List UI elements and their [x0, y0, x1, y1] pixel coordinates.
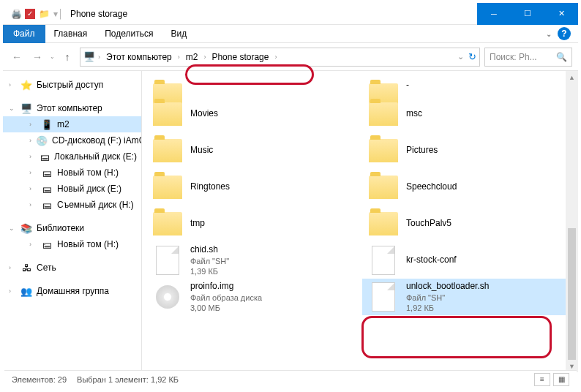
scrollbar-thumb[interactable]: [568, 228, 576, 360]
chevron-right-icon[interactable]: ›: [98, 53, 100, 61]
folder-item-ringtones[interactable]: Ringtones: [146, 169, 362, 206]
network-icon: 🖧: [20, 262, 32, 274]
folder-item-music[interactable]: Music: [146, 132, 362, 169]
tree-caret-icon[interactable]: ›: [9, 287, 16, 295]
tree-caret-icon[interactable]: ›: [29, 121, 37, 128]
disc-image-icon: [156, 285, 179, 309]
homegroup-icon: 👥: [20, 285, 32, 297]
tree-caret-icon[interactable]: ›: [29, 169, 37, 176]
sidebar-libraries[interactable]: ⌄ 📚 Библиотеки: [3, 220, 141, 236]
sidebar-network[interactable]: › 🖧 Сеть: [3, 260, 141, 276]
nav-forward-button[interactable]: →: [29, 49, 45, 65]
file-name: proinfo.img: [190, 281, 262, 293]
drive-icon: 🖴: [41, 238, 53, 250]
sidebar-label: Новый том (H:): [57, 167, 119, 178]
ribbon-tab-view[interactable]: Вид: [162, 26, 195, 42]
sidebar-item-new-vol-h2[interactable]: › 🖴 Новый том (H:): [3, 236, 141, 252]
disc-icon: 💿: [36, 135, 48, 146]
tree-caret-icon[interactable]: ›: [29, 137, 31, 144]
view-tiles-button[interactable]: ▦: [553, 373, 569, 386]
nav-up-button[interactable]: ↑: [59, 49, 75, 65]
file-item-chid-sh[interactable]: chid.sh Файл "SH" 1,39 КБ: [146, 242, 362, 279]
help-icon[interactable]: ?: [558, 27, 571, 40]
folder-icon: [153, 176, 182, 199]
ribbon-expand-icon[interactable]: ⌄: [546, 30, 552, 38]
tree-caret-icon[interactable]: ›: [29, 241, 37, 248]
app-icon: 🖨️: [10, 8, 22, 20]
ribbon-tab-home[interactable]: Главная: [45, 26, 97, 42]
sidebar-label: Съемный диск (H:): [57, 200, 134, 210]
file-name: unlock_bootloader.sh: [406, 281, 489, 293]
sidebar-label: Новый диск (E:): [57, 184, 121, 194]
pc-icon: 🖥️: [20, 102, 32, 114]
address-dropdown-icon[interactable]: ⌄: [457, 52, 464, 61]
search-placeholder: Поиск: Ph...: [490, 52, 537, 62]
chevron-right-icon[interactable]: ›: [178, 53, 180, 61]
scroll-up-button[interactable]: ▲: [566, 71, 578, 83]
drive-icon: 🖴: [40, 151, 50, 162]
sidebar-quick-access[interactable]: › ⭐ Быстрый доступ: [3, 77, 141, 93]
sidebar-item-new-vol-h[interactable]: › 🖴 Новый том (H:): [3, 165, 141, 181]
statusbar: Элементов: 29 Выбран 1 элемент: 1,92 КБ …: [4, 370, 577, 388]
view-details-button[interactable]: ≡: [534, 373, 550, 386]
sidebar-item-local-disk[interactable]: › 🖴 Локальный диск (E:): [3, 148, 141, 165]
sidebar: › ⭐ Быстрый доступ ⌄ 🖥️ Этот компьютер ›…: [3, 71, 142, 372]
nav-history-dropdown[interactable]: ⌄: [50, 53, 55, 60]
file-item-proinfo[interactable]: proinfo.img Файл образа диска 3,00 МБ: [146, 279, 362, 315]
libraries-icon: 📚: [20, 222, 32, 234]
sidebar-label: Домашняя группа: [37, 286, 109, 296]
sidebar-homegroup[interactable]: › 👥 Домашняя группа: [3, 283, 141, 299]
search-input[interactable]: Поиск: Ph... 🔍: [484, 48, 572, 67]
folder-item-touchpalv5[interactable]: TouchPalv5: [362, 206, 578, 242]
qat-divider: ▾│: [53, 8, 64, 20]
chevron-right-icon[interactable]: ›: [203, 53, 206, 61]
tree-caret-icon[interactable]: ›: [9, 264, 16, 271]
file-name: Ringtones: [190, 181, 230, 193]
sidebar-label: Новый том (H:): [57, 239, 119, 249]
tree-caret-icon[interactable]: ⌄: [9, 105, 16, 112]
ribbon-file-tab[interactable]: Файл: [3, 25, 45, 43]
sidebar-item-removable[interactable]: › 🖴 Съемный диск (H:): [3, 197, 141, 213]
ribbon: Файл Главная Поделиться Вид ⌄ ?: [3, 25, 578, 43]
breadcrumb-phone-storage[interactable]: Phone storage: [209, 50, 271, 64]
sidebar-item-new-vol-e[interactable]: › 🖴 Новый диск (E:): [3, 181, 141, 197]
folder-item[interactable]: [146, 75, 362, 96]
qat-checkbox-icon[interactable]: ✓: [25, 9, 35, 19]
sidebar-label: CD-дисковод (F:) iAmC: [52, 135, 141, 146]
folder-icon: [153, 212, 182, 235]
tree-caret-icon[interactable]: ⌄: [9, 225, 16, 232]
sidebar-label: Локальный диск (E:): [54, 151, 137, 162]
tree-caret-icon[interactable]: ›: [29, 185, 37, 192]
file-name: -: [406, 80, 409, 91]
file-size: 1,92 КБ: [406, 303, 489, 313]
folder-item-speechcloud[interactable]: Speechcloud: [362, 169, 578, 206]
sidebar-label: Быстрый доступ: [37, 80, 103, 90]
titlebar: 🖨️ ✓ 📁 ▾│ Phone storage ─ ☐ ✕: [3, 3, 578, 25]
maximize-button[interactable]: ☐: [511, 3, 544, 25]
folder-icon: [369, 176, 398, 199]
breadcrumb-m2[interactable]: m2: [183, 50, 201, 64]
breadcrumb-root[interactable]: Этот компьютер: [103, 50, 175, 64]
nav-back-button[interactable]: ←: [9, 49, 25, 65]
tree-caret-icon[interactable]: ›: [9, 81, 16, 88]
ribbon-tab-share[interactable]: Поделиться: [96, 26, 162, 42]
chevron-right-icon[interactable]: ›: [274, 53, 277, 61]
file-item-kr-stock-conf[interactable]: kr-stock-conf: [362, 242, 578, 279]
folder-item[interactable]: -: [362, 75, 578, 96]
file-name: TouchPalv5: [406, 218, 451, 230]
folder-item-tmp[interactable]: tmp: [146, 206, 362, 242]
close-button[interactable]: ✕: [544, 3, 578, 25]
minimize-button[interactable]: ─: [477, 3, 511, 25]
tree-caret-icon[interactable]: ›: [29, 201, 37, 208]
sidebar-this-pc[interactable]: ⌄ 🖥️ Этот компьютер: [3, 100, 141, 116]
file-name: chid.sh: [190, 244, 229, 256]
status-selection: Выбран 1 элемент: 1,92 КБ: [77, 375, 179, 384]
file-item-unlock-bootloader[interactable]: unlock_bootloader.sh Файл "SH" 1,92 КБ: [362, 279, 578, 315]
address-box[interactable]: 🖥️ › Этот компьютер › m2 › Phone storage…: [80, 48, 480, 67]
sidebar-item-cd[interactable]: › 💿 CD-дисковод (F:) iAmC: [3, 132, 141, 148]
refresh-icon[interactable]: ↻: [468, 51, 476, 62]
folder-item-pictures[interactable]: Pictures: [362, 132, 578, 169]
vertical-scrollbar[interactable]: ▲ ▼: [566, 71, 578, 372]
tree-caret-icon[interactable]: ›: [29, 153, 36, 160]
sidebar-item-m2[interactable]: › 📱 m2: [3, 116, 141, 132]
